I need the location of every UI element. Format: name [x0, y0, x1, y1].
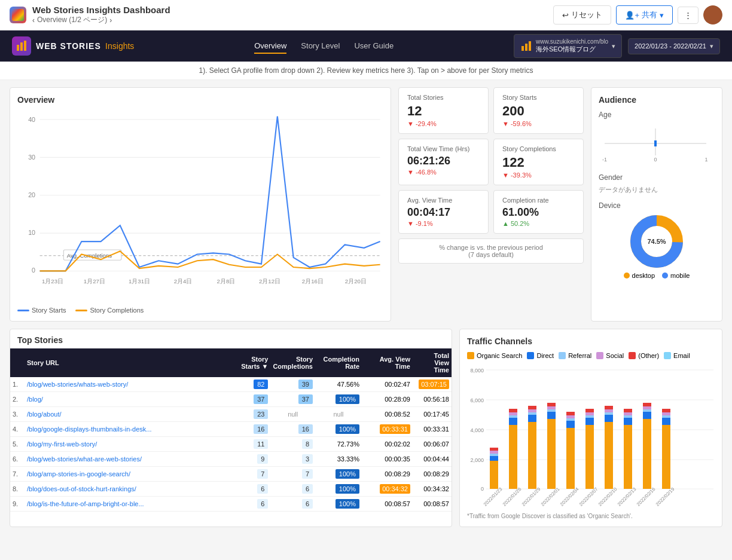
- svg-text:0: 0: [481, 486, 484, 492]
- svg-rect-55: [509, 412, 517, 415]
- svg-text:1月23日: 1月23日: [42, 278, 63, 284]
- traffic-panel: Traffic Channels Organic Search Direct R…: [459, 329, 722, 527]
- svg-text:0: 0: [654, 157, 657, 163]
- donut-svg: 74.5%: [624, 215, 690, 268]
- metric-total-view-time: Total View Time (Hrs) 06:21:26 ▼ -46.8%: [398, 139, 489, 185]
- svg-rect-78: [605, 415, 613, 422]
- nav-link-user-guide[interactable]: User Guide: [354, 39, 394, 54]
- svg-rect-48: [490, 456, 498, 461]
- row-url[interactable]: /blog/amp-stories-in-google-search/: [25, 467, 231, 482]
- table-row: 1. /blog/web-stories/whats-web-story/ 82…: [10, 377, 452, 392]
- share-button[interactable]: 👤+ 共有 ▾: [616, 5, 673, 25]
- breadcrumb-left-arrow[interactable]: ‹: [32, 16, 35, 25]
- row-completions: 8: [270, 437, 315, 452]
- row-url[interactable]: /blog/about/: [25, 407, 231, 422]
- svg-rect-75: [585, 412, 594, 415]
- reset-icon: ↩: [562, 11, 569, 20]
- date-selector[interactable]: 2022/01/23 - 2022/02/21 ▾: [628, 38, 720, 54]
- table-row: 4. /blog/google-displays-thumbnails-in-d…: [10, 422, 452, 437]
- age-section: Age -1 0 1: [599, 111, 715, 166]
- metric-completion-rate: Completion rate 61.00% ▲ 50.2%: [493, 190, 584, 234]
- svg-rect-93: [662, 418, 670, 425]
- row-url[interactable]: /blog/web-stories/what-are-web-stories/: [25, 452, 231, 467]
- metric-total-view-time-label: Total View Time (Hrs): [407, 145, 480, 152]
- row-avg-time: 00:28:09: [362, 392, 413, 407]
- svg-rect-59: [528, 412, 536, 415]
- svg-rect-81: [605, 406, 613, 409]
- row-url[interactable]: /blog/: [25, 392, 231, 407]
- legend-social: Social: [596, 352, 624, 359]
- svg-rect-87: [643, 419, 651, 489]
- svg-rect-96: [662, 409, 670, 412]
- reset-button[interactable]: ↩ リセット: [553, 5, 611, 25]
- breadcrumb-text: Overview (1/2 ページ): [37, 15, 107, 25]
- row-avg-time: 00:08:57: [362, 497, 413, 512]
- row-starts: 23: [231, 407, 270, 422]
- metric-row-2: Total View Time (Hrs) 06:21:26 ▼ -46.8% …: [398, 139, 584, 185]
- desktop-label: desktop: [632, 272, 655, 279]
- site-url: www.suzukikenichi.com/blo: [536, 38, 608, 45]
- row-url[interactable]: /blog/does-out-of-stock-hurt-rankings/: [25, 482, 231, 497]
- svg-rect-62: [547, 419, 556, 489]
- mobile-dot: [662, 273, 668, 279]
- legend-completions-dot: [75, 310, 87, 311]
- row-total-time: 00:08:57: [413, 497, 452, 512]
- chart-icon: [520, 40, 532, 52]
- row-total-time: 03:07:15: [413, 377, 452, 392]
- svg-text:2月12日: 2月12日: [259, 278, 280, 284]
- site-selector[interactable]: www.suzukikenichi.com/blo 海外SEO情報ブログ ▾: [514, 34, 622, 58]
- nav-link-story-level[interactable]: Story Level: [301, 39, 340, 54]
- traffic-chart: 8,000 6,000 4,000 2,000 0: [467, 365, 716, 509]
- overview-row: Overview 40 30 20 10 0: [10, 87, 722, 322]
- row-starts: 6: [231, 497, 270, 512]
- row-url[interactable]: /blog/is-the-future-of-amp-bright-or-ble…: [25, 497, 231, 512]
- svg-rect-3: [521, 46, 524, 51]
- svg-text:74.5%: 74.5%: [647, 238, 666, 245]
- top-bar: Web Stories Insights Dashboard ‹ Overvie…: [0, 0, 732, 30]
- main-content: Overview 40 30 20 10 0: [0, 80, 732, 534]
- col-avg-time: Avg. ViewTime: [362, 348, 413, 377]
- metric-story-starts-change: ▼ -59.6%: [502, 120, 575, 127]
- info-bar: 1). Select GA profile from drop down 2).…: [0, 62, 732, 80]
- more-button[interactable]: ⋮: [678, 7, 699, 24]
- row-rate: 72.73%: [315, 437, 362, 452]
- row-url[interactable]: /blog/my-first-web-story/: [25, 437, 231, 452]
- title-section: Web Stories Insights Dashboard ‹ Overvie…: [32, 5, 170, 25]
- row-num: 8.: [10, 482, 25, 497]
- row-starts: 6: [231, 482, 270, 497]
- logo-svg: [16, 40, 28, 52]
- row-url[interactable]: /blog/google-displays-thumbnails-in-desk…: [25, 422, 231, 437]
- organic-label: Organic Search: [477, 352, 522, 359]
- social-label: Social: [606, 352, 624, 359]
- row-completions: 37: [270, 392, 315, 407]
- svg-text:2022/02/13: 2022/02/13: [617, 486, 638, 507]
- svg-rect-68: [566, 421, 575, 428]
- metric-total-view-time-change: ▼ -46.8%: [407, 169, 480, 176]
- avatar[interactable]: [703, 5, 722, 25]
- svg-text:2022/02/07: 2022/02/07: [578, 486, 599, 507]
- svg-text:2022/02/19: 2022/02/19: [655, 486, 676, 507]
- row-starts: 7: [231, 467, 270, 482]
- table-row: 9. /blog/is-the-future-of-amp-bright-or-…: [10, 497, 452, 512]
- svg-rect-71: [566, 412, 575, 415]
- col-starts: StoryStarts ▼: [231, 348, 270, 377]
- svg-rect-58: [528, 415, 536, 422]
- overview-svg: 40 30 20 10 0 Avg. Completions: [17, 111, 383, 302]
- legend-starts-dot: [17, 310, 29, 311]
- svg-text:2月16日: 2月16日: [302, 278, 324, 284]
- row-total-time: 00:06:07: [413, 437, 452, 452]
- legend-organic: Organic Search: [467, 352, 522, 359]
- svg-rect-69: [566, 418, 575, 421]
- row-url[interactable]: /blog/web-stories/whats-web-story/: [25, 377, 231, 392]
- gender-label: Gender: [599, 173, 715, 182]
- direct-label: Direct: [536, 352, 554, 359]
- stories-panel: Top Stories Story URL StoryStarts ▼ Stor…: [10, 329, 452, 527]
- metric-row-1: Total Stories 12 ▼ -29.4% Story Starts 2…: [398, 87, 584, 134]
- row-avg-time: 00:00:35: [362, 452, 413, 467]
- row-rate: null: [315, 407, 362, 422]
- nav-right: www.suzukikenichi.com/blo 海外SEO情報ブログ ▾ 2…: [514, 34, 720, 58]
- table-header-row: Story URL StoryStarts ▼ StoryCompletions…: [10, 348, 452, 377]
- nav-header: WEB STORIES Insights Overview Story Leve…: [0, 30, 732, 62]
- nav-link-overview[interactable]: Overview: [254, 39, 286, 54]
- breadcrumb-right-arrow[interactable]: ›: [109, 16, 112, 25]
